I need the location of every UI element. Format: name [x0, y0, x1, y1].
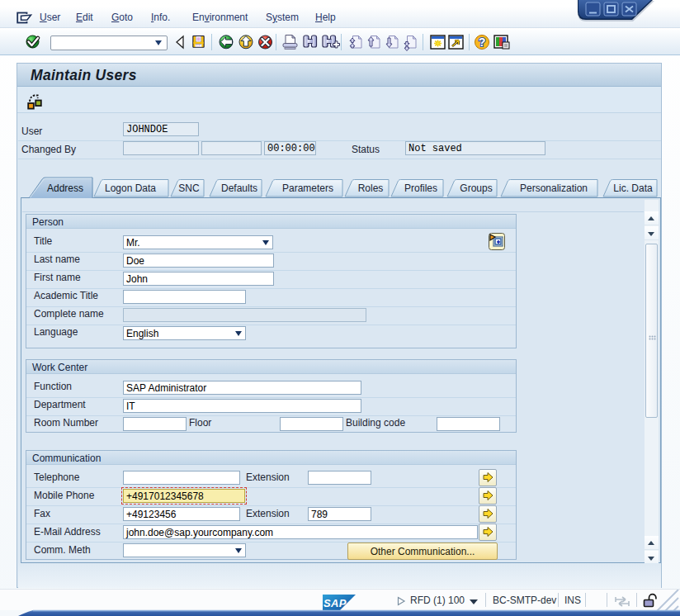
svg-text:Address: Address	[47, 182, 83, 194]
svg-text:Roles: Roles	[358, 182, 384, 194]
svg-text:Defaults: Defaults	[221, 182, 257, 194]
svg-text:Personalization: Personalization	[520, 182, 588, 194]
svg-text:Profiles: Profiles	[404, 182, 437, 194]
svg-text:Groups: Groups	[460, 182, 492, 194]
svg-text:Parameters: Parameters	[282, 182, 333, 194]
svg-text:?: ?	[479, 36, 486, 49]
svg-text:Lic. Data: Lic. Data	[613, 182, 653, 194]
svg-text:SAP: SAP	[323, 597, 347, 609]
svg-text:Logon Data: Logon Data	[105, 182, 156, 194]
svg-text:SNC: SNC	[178, 182, 200, 194]
